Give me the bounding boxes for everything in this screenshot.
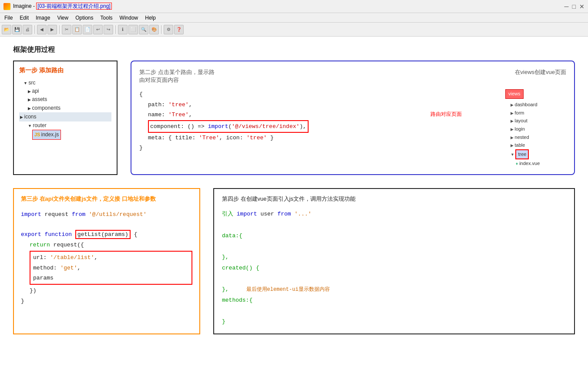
toolbar-btn-copy[interactable]: 📋 xyxy=(72,25,82,34)
params-line: params xyxy=(33,273,189,283)
sidebar-item-index-vue: ♦ index.vue xyxy=(505,159,566,168)
toolbar-btn-cut[interactable]: ✂ xyxy=(62,25,71,34)
menu-view[interactable]: View xyxy=(54,14,71,22)
toolbar-sep-2 xyxy=(59,25,60,34)
step4-created: created() { xyxy=(222,263,566,274)
toolbar: 📂 💾 🖨 ◀ ▶ ✂ 📋 📄 ↩ ↪ ℹ ⬜ 🔍 🎨 ⚙ ❓ xyxy=(0,23,588,37)
tree-router[interactable]: router xyxy=(19,121,111,130)
tree-api[interactable]: api xyxy=(19,87,111,95)
step3-return: return request({ xyxy=(30,240,192,250)
step2-title-left: 第二步 点击某个路由，显示路由对应页面内容 xyxy=(139,68,215,84)
tree-src[interactable]: src xyxy=(19,79,111,87)
toolbar-sep-1 xyxy=(34,25,35,34)
toolbar-btn-5[interactable]: ⬜ xyxy=(128,25,138,34)
step3-box: 第三步 在api文件夹创建js文件，定义接 口地址和参数 import requ… xyxy=(13,188,200,334)
toolbar-btn-1[interactable]: 📂 xyxy=(2,25,11,34)
minimize-button[interactable]: ─ xyxy=(564,3,569,10)
arrow-right-components xyxy=(28,105,32,111)
main-content: 框架使用过程 第一步 添加路由 src api assets component… xyxy=(0,37,588,384)
app-icon xyxy=(3,3,10,10)
function-highlight: getList(params) xyxy=(75,230,131,239)
step4-import: 引入 import user from '...' xyxy=(222,209,566,220)
sidebar-item-login: login xyxy=(505,125,566,133)
title-bar: Imagine - [03-前端框架开发过程介绍.png] ─ □ ✕ xyxy=(0,0,588,13)
step2-box: 第二步 点击某个路由，显示路由对应页面内容 在views创建vue页面 { pa… xyxy=(131,61,575,175)
window-controls[interactable]: ─ □ ✕ xyxy=(564,3,585,10)
menu-edit[interactable]: Edit xyxy=(17,14,31,22)
url-box: url: '/table/list', method: 'get', param… xyxy=(30,251,192,285)
toolbar-btn-paste[interactable]: 📄 xyxy=(83,25,92,34)
toolbar-sep-3 xyxy=(115,25,116,34)
toolbar-btn-back[interactable]: ◀ xyxy=(37,25,47,34)
row1: 第一步 添加路由 src api assets components icons xyxy=(13,61,575,175)
method-line: method: 'get', xyxy=(33,263,189,273)
tree-components[interactable]: components xyxy=(19,104,111,112)
arrow-right-icons xyxy=(20,114,24,120)
menu-image[interactable]: Image xyxy=(33,14,53,22)
arrow-nested xyxy=(511,135,515,140)
row2: 第三步 在api文件夹创建js文件，定义接 口地址和参数 import requ… xyxy=(13,188,575,334)
step2-body: { path: 'tree', name: 'Tree', component:… xyxy=(139,89,566,167)
menu-tools[interactable]: Tools xyxy=(98,14,115,22)
menu-bar: File Edit Image View Options Tools Windo… xyxy=(0,13,588,23)
step3-title: 第三步 在api文件夹创建js文件，定义接 口地址和参数 xyxy=(21,195,192,203)
step4-data: data:{ xyxy=(222,231,566,242)
arrow-table xyxy=(511,142,515,148)
toolbar-btn-2[interactable]: 💾 xyxy=(12,25,22,34)
toolbar-btn-3[interactable]: 🖨 xyxy=(23,25,32,34)
toolbar-btn-redo[interactable]: ↪ xyxy=(104,25,113,34)
sidebar-item-nested: nested xyxy=(505,133,566,141)
toolbar-btn-info[interactable]: ℹ xyxy=(118,25,128,34)
code-line-meta: meta: { title: 'Tree', icon: 'tree' } xyxy=(148,133,505,143)
toolbar-btn-9[interactable]: ❓ xyxy=(174,25,184,34)
sidebar-tree: dashboard form layout login nested xyxy=(505,101,566,168)
code-line-path: path: 'tree', xyxy=(148,100,505,110)
arrow-dashboard xyxy=(511,102,515,107)
sidebar-item-tree: tree xyxy=(505,149,566,159)
arrow-tree xyxy=(511,152,515,157)
menu-window[interactable]: Window xyxy=(117,14,141,22)
maximize-button[interactable]: □ xyxy=(572,3,576,10)
tree-assets[interactable]: assets xyxy=(19,95,111,104)
close-button[interactable]: ✕ xyxy=(579,3,585,10)
sidebar-item-layout: layout xyxy=(505,117,566,125)
close-return: }) xyxy=(30,286,192,296)
toolbar-btn-7[interactable]: 🎨 xyxy=(149,25,159,34)
step1-title: 第一步 添加路由 xyxy=(19,67,111,74)
step2-title-right: 在views创建vue页面 xyxy=(515,68,566,84)
sidebar-item-dashboard: dashboard xyxy=(505,101,566,109)
arrow-form xyxy=(511,110,515,115)
sidebar-item-form: form xyxy=(505,109,566,117)
step4-note: 最后使用element-ui显示数据内容 xyxy=(246,285,330,295)
title-filename: [03-前端框架开发过程介绍.png] xyxy=(36,3,111,10)
code-line-component: component: () => import('@/views/tree/in… xyxy=(148,120,505,133)
tree-index-js[interactable]: JSindex.js xyxy=(19,130,111,140)
step4-box: 第四步 在创建vue页面引入js文件，调用方法实现功能 引入 import us… xyxy=(213,188,575,334)
step3-export: export function getList(params) { xyxy=(21,229,192,239)
url-line: url: '/table/list', xyxy=(33,253,189,263)
toolbar-sep-4 xyxy=(161,25,161,34)
toolbar-btn-forward[interactable]: ▶ xyxy=(47,25,57,34)
step2-sidebar: views dashboard form layout log xyxy=(505,89,566,167)
menu-help[interactable]: Help xyxy=(142,14,158,22)
toolbar-btn-8[interactable]: ⚙ xyxy=(164,25,173,34)
toolbar-btn-undo[interactable]: ↩ xyxy=(93,25,103,34)
step4-created-close: }, 最后使用element-ui显示数据内容 xyxy=(222,284,566,295)
menu-options[interactable]: Options xyxy=(73,14,96,22)
file-tree: src api assets components icons router xyxy=(19,79,111,140)
step4-data-close: }, xyxy=(222,252,566,263)
step2-header: 第二步 点击某个路由，显示路由对应页面内容 在views创建vue页面 xyxy=(139,68,566,84)
toolbar-btn-6[interactable]: 🔍 xyxy=(139,25,148,34)
sidebar-item-table: table xyxy=(505,141,566,149)
tree-icons[interactable]: icons xyxy=(19,112,111,121)
views-header: views xyxy=(505,89,566,101)
arrow-right-api xyxy=(28,88,32,94)
title-text: Imagine - [03-前端框架开发过程介绍.png] xyxy=(13,3,564,10)
code-line-close: } xyxy=(139,143,505,153)
menu-file[interactable]: File xyxy=(2,14,15,22)
section-title: 框架使用过程 xyxy=(13,45,575,54)
selected-file: JSindex.js xyxy=(32,130,61,140)
arrow-down-router xyxy=(28,122,33,128)
arrow-right-assets xyxy=(28,96,32,102)
arrow-login xyxy=(511,126,515,131)
